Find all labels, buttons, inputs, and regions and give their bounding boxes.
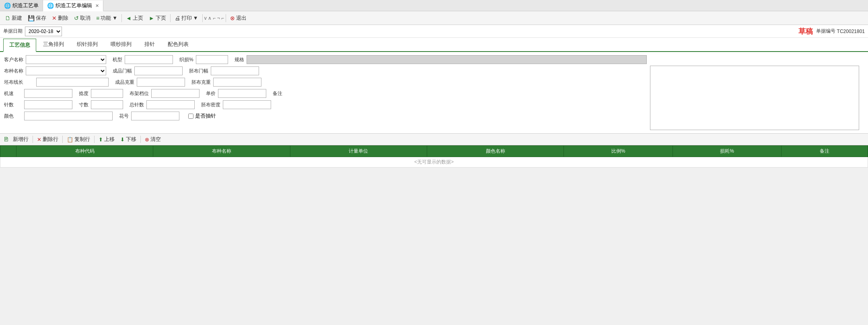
grid-toolbar: 🖹 新增行 ✕ 删除行 📋 复制行 ⬆ 上移 ⬇ 下移 ⊗ 清空 bbox=[0, 133, 868, 145]
sep-4 bbox=[226, 14, 226, 22]
next-button[interactable]: ► 下页 bbox=[146, 13, 169, 23]
tab-craft-list[interactable]: 🌐 织造工艺单 bbox=[0, 0, 43, 11]
table-header-row: 布种代码 布种名称 计量单位 颜色名称 比例% 损耗% 备注 bbox=[0, 146, 868, 157]
delete-row-button[interactable]: ✕ 删除行 bbox=[35, 135, 61, 144]
abstract-needle-checkbox[interactable] bbox=[188, 114, 193, 119]
spec-label: 规格 bbox=[234, 56, 244, 63]
tab-needle[interactable]: 排针 bbox=[138, 38, 161, 51]
grey-width-input[interactable] bbox=[211, 66, 259, 75]
move-up-button[interactable]: ⬆ 上移 bbox=[96, 135, 117, 144]
delete-button[interactable]: ✕ 删除 bbox=[49, 13, 71, 23]
sep-3 bbox=[202, 14, 203, 22]
form-left-col: 客户名称 机型 织损% 规格 布种名称 bbox=[4, 55, 647, 130]
customer-select[interactable] bbox=[26, 55, 106, 64]
pitch-input[interactable] bbox=[91, 89, 123, 98]
function-icon: ≡ bbox=[96, 15, 99, 21]
fabric-loss-input[interactable] bbox=[196, 55, 228, 64]
needle-count-input[interactable] bbox=[24, 100, 72, 109]
tab-color-list[interactable]: 配色列表 bbox=[162, 38, 195, 51]
date-label: 单据日期 bbox=[3, 28, 23, 35]
function-button[interactable]: ≡ 功能 ▼ bbox=[94, 13, 120, 23]
grid-sep-3 bbox=[94, 136, 95, 143]
date-select[interactable]: 2020-02-18 bbox=[25, 27, 62, 36]
col-header-fabric-code: 布种代码 bbox=[16, 146, 153, 157]
grid-sep-1 bbox=[33, 136, 33, 143]
grey-length-input[interactable] bbox=[36, 78, 109, 87]
grey-density-input[interactable] bbox=[223, 100, 271, 109]
total-needles-input[interactable] bbox=[146, 100, 195, 109]
date-row: 单据日期 2020-02-18 草稿 单据编号 TC20021801 bbox=[0, 25, 868, 38]
save-button[interactable]: 💾 保存 bbox=[25, 13, 49, 23]
form-row-5: 针数 寸数 总针数 胚布密度 bbox=[4, 100, 647, 109]
grey-length-label: 坯布线长 bbox=[4, 79, 23, 86]
col-header-fabric-name: 布种名称 bbox=[153, 146, 290, 157]
spec-input[interactable] bbox=[247, 55, 647, 64]
tab-bar: 🌐 织造工艺单 🌐 织造工艺单编辑 ✕ bbox=[0, 0, 868, 11]
prev-button[interactable]: ◄ 上页 bbox=[123, 13, 146, 23]
new-button[interactable]: 🗋 新建 bbox=[2, 13, 25, 23]
data-table: 布种代码 布种名称 计量单位 颜色名称 比例% 损耗% 备注 <无可显示的数据> bbox=[0, 145, 868, 168]
tab-close-icon[interactable]: ✕ bbox=[95, 3, 99, 8]
notes-textarea[interactable] bbox=[650, 66, 859, 130]
form-row-3: 坯布线长 成品克重 胚布克重 bbox=[4, 78, 647, 87]
move-up-label: 上移 bbox=[104, 136, 115, 143]
tab-knit-sort[interactable]: 织针排列 bbox=[71, 38, 104, 51]
clear-button[interactable]: ⊗ 清空 bbox=[142, 135, 163, 144]
add-row-icon: 🖹 bbox=[3, 136, 9, 143]
unit-price-input[interactable] bbox=[218, 89, 266, 98]
grey-width-label: 胚布门幅 bbox=[189, 68, 208, 75]
color-label: 颜色 bbox=[4, 113, 14, 120]
grey-weight-label: 胚布克重 bbox=[191, 79, 211, 86]
machine-speed-label: 机速 bbox=[4, 90, 14, 97]
table-head: 布种代码 布种名称 计量单位 颜色名称 比例% 损耗% 备注 bbox=[0, 146, 868, 157]
col-header-ratio: 比例% bbox=[564, 146, 673, 157]
tab-icon-1: 🌐 bbox=[4, 2, 11, 9]
cancel-button[interactable]: ↺ 取消 bbox=[72, 13, 93, 23]
color-input[interactable] bbox=[24, 112, 113, 120]
form-right-col bbox=[647, 55, 864, 130]
tab-craft-edit[interactable]: 🌐 织造工艺单编辑 ✕ bbox=[43, 0, 103, 11]
copy-row-icon: 📋 bbox=[67, 137, 73, 143]
print-dropdown-icon: ▼ bbox=[193, 15, 198, 21]
machine-type-input[interactable] bbox=[125, 55, 173, 64]
grid-sep-4 bbox=[140, 136, 141, 143]
notes-field-label: 备注 bbox=[273, 90, 282, 97]
print-icon: 🖨 bbox=[175, 15, 180, 21]
move-down-icon: ⬇ bbox=[120, 137, 125, 143]
pattern-label: 花号 bbox=[119, 113, 129, 120]
grey-weight-input[interactable] bbox=[213, 78, 261, 87]
form-row-1: 客户名称 机型 织损% 规格 bbox=[4, 55, 647, 64]
add-row-button[interactable]: 新增行 bbox=[10, 135, 31, 144]
copy-row-label: 复制行 bbox=[74, 136, 90, 143]
function-label: 功能 bbox=[101, 14, 111, 22]
col-header-num bbox=[0, 146, 16, 157]
fabric-type-select[interactable] bbox=[26, 66, 106, 75]
col-header-color-name: 颜色名称 bbox=[427, 146, 564, 157]
toolbar: 🗋 新建 💾 保存 ✕ 删除 ↺ 取消 ≡ 功能 ▼ ◄ 上页 ► 下页 🖨 打… bbox=[0, 11, 868, 25]
form-two-col: 客户名称 机型 织损% 规格 布种名称 bbox=[4, 55, 864, 130]
delete-icon: ✕ bbox=[52, 15, 57, 21]
tab-yarn-sort[interactable]: 喂纱排列 bbox=[105, 38, 138, 51]
finished-width-input[interactable] bbox=[134, 66, 183, 75]
unit-price-label: 单价 bbox=[206, 90, 216, 97]
col-header-loss: 损耗% bbox=[673, 146, 782, 157]
abstract-needle-container[interactable]: 是否抽针 bbox=[188, 112, 216, 120]
next-icon: ► bbox=[149, 15, 154, 21]
tab-craft-info[interactable]: 工艺信息 bbox=[3, 39, 36, 52]
prev-icon: ◄ bbox=[126, 15, 132, 21]
move-down-button[interactable]: ⬇ 下移 bbox=[118, 135, 139, 144]
doc-num-label: 单据编号 bbox=[816, 28, 835, 35]
pattern-input[interactable] bbox=[131, 112, 179, 120]
tab-triangle-sort[interactable]: 三角排列 bbox=[37, 38, 70, 51]
grey-density-label: 胚布密度 bbox=[201, 101, 220, 108]
copy-row-button[interactable]: 📋 复制行 bbox=[64, 135, 93, 144]
print-button[interactable]: 🖨 打印 ▼ bbox=[172, 13, 201, 23]
size-input[interactable] bbox=[91, 100, 123, 109]
machine-speed-input[interactable] bbox=[24, 89, 72, 98]
no-data-row: <无可显示的数据> bbox=[0, 157, 868, 168]
finished-weight-input[interactable] bbox=[137, 78, 185, 87]
col-header-note: 备注 bbox=[782, 146, 868, 157]
tab-label-1: 织造工艺单 bbox=[12, 2, 39, 9]
frame-position-input[interactable] bbox=[151, 89, 200, 98]
exit-button[interactable]: ⊗ 退出 bbox=[228, 13, 249, 23]
